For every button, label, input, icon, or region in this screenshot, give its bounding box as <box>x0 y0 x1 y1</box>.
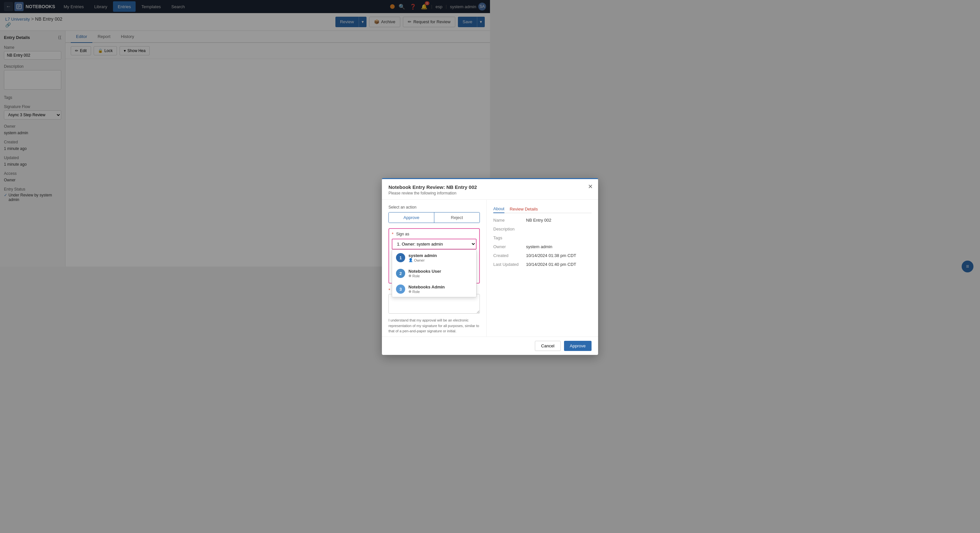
sign-as-label: Sign as <box>396 232 409 236</box>
dropdown-item-1-name: system admin <box>409 253 437 258</box>
sign-as-select-container: 1. Owner: system admin 2. Notebooks User… <box>392 239 477 249</box>
modal-body: Select an action Approve Reject * Sign a… <box>382 200 490 266</box>
sign-as-group: * Sign as 1. Owner: system admin 2. Note… <box>388 228 480 266</box>
review-modal: Notebook Entry Review: NB Entry 002 Plea… <box>382 178 490 266</box>
modal-subtitle: Please review the following information <box>388 191 490 195</box>
action-buttons: Approve Reject <box>388 212 480 223</box>
dropdown-item-1-text: system admin 👤 Owner <box>409 253 437 262</box>
dropdown-num-1: 1 <box>396 253 405 262</box>
dropdown-item-1-role: 👤 Owner <box>409 258 437 262</box>
approve-action-button[interactable]: Approve <box>389 213 434 223</box>
modal-right-panel: About Review Details Name NB Entry 002 D… <box>487 200 490 266</box>
sign-as-required: * <box>392 232 393 237</box>
modal-left-panel: Select an action Approve Reject * Sign a… <box>382 200 487 266</box>
reject-action-button[interactable]: Reject <box>434 213 479 223</box>
dropdown-item-1[interactable]: 1 system admin 👤 Owner <box>392 250 476 265</box>
modal-header: Notebook Entry Review: NB Entry 002 Plea… <box>382 179 490 200</box>
sign-as-dropdown: 1 system admin 👤 Owner <box>392 249 477 266</box>
modal-overlay: Notebook Entry Review: NB Entry 002 Plea… <box>65 31 490 266</box>
action-label: Select an action <box>388 205 480 209</box>
dropdown-item-2[interactable]: 2 Notebooks User ⊕ Role <box>392 265 476 266</box>
main-layout: Entry Details ⟨⟨ Name Description Tags S… <box>0 31 490 266</box>
user-icon: 👤 <box>409 258 413 262</box>
modal-title: Notebook Entry Review: NB Entry 002 <box>388 184 490 190</box>
sign-as-select[interactable]: 1. Owner: system admin 2. Notebooks User… <box>392 239 477 249</box>
content-area: Editor Report History ✏ Edit 🔒 Lock ▾ Sh… <box>65 31 490 266</box>
